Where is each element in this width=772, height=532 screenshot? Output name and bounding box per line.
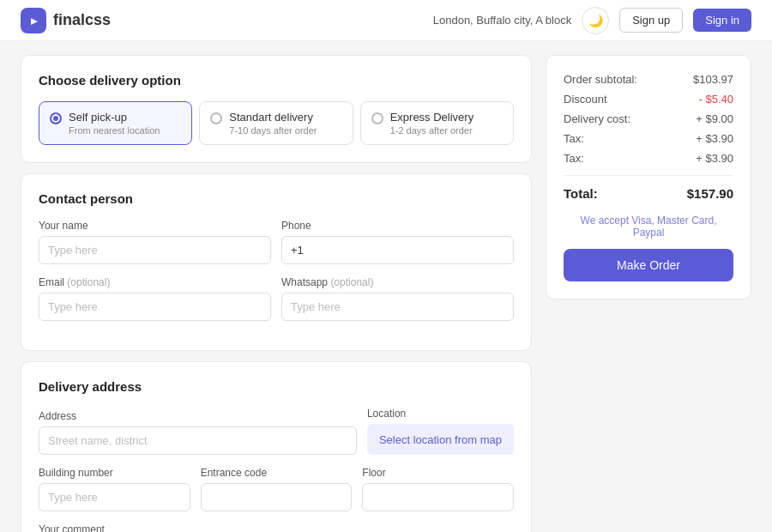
delivery-cost-row: Delivery cost: + $9.00: [564, 112, 733, 125]
building-group: Building number: [39, 467, 190, 511]
phone-input[interactable]: [281, 236, 514, 264]
whatsapp-label: Whatsapp (optional): [281, 276, 514, 288]
address-section-title: Delivery address: [39, 379, 514, 394]
tax1-label: Tax:: [564, 132, 584, 145]
tax2-label: Tax:: [564, 152, 584, 165]
tax2-row: Tax: + $3.90: [564, 152, 733, 165]
right-panel: Order subtotal: $103.97 Discount - $5.40…: [546, 55, 751, 532]
name-input[interactable]: [39, 236, 271, 264]
main-content: Choose delivery option Self pick-up From…: [0, 41, 772, 532]
dark-mode-button[interactable]: 🌙: [582, 7, 609, 34]
radio-self-pickup: [50, 112, 62, 124]
location-text: London, Buffalo city, A block: [433, 14, 571, 27]
email-whatsapp-row: Email (optional) Whatsapp (optional): [39, 276, 514, 321]
subtotal-row: Order subtotal: $103.97: [564, 73, 733, 86]
floor-input[interactable]: [362, 483, 514, 511]
payment-note: We accept Visa, Master Card, Paypal: [564, 215, 733, 239]
tax1-row: Tax: + $3.90: [564, 132, 733, 145]
radio-standard: [210, 112, 222, 124]
building-label: Building number: [39, 467, 190, 479]
total-value: $157.90: [687, 186, 733, 201]
whatsapp-group: Whatsapp (optional): [281, 276, 514, 321]
entrance-label: Entrance code: [201, 467, 353, 479]
phone-group: Phone: [281, 220, 514, 264]
email-group: Email (optional): [39, 276, 271, 321]
sign-in-button[interactable]: Sign in: [693, 9, 751, 32]
delivery-option-express[interactable]: Express Delivery 1-2 days after order: [360, 101, 514, 145]
contact-section-title: Contact person: [39, 191, 514, 206]
address-input[interactable]: [39, 426, 357, 455]
option-label-standard: Standart delivery: [229, 111, 317, 124]
option-label-express: Express Delivery: [390, 111, 474, 124]
order-summary-card: Order subtotal: $103.97 Discount - $5.40…: [546, 55, 751, 299]
summary-divider: [564, 175, 733, 176]
floor-label: Floor: [362, 467, 514, 479]
option-desc-standard: 7-10 days after order: [229, 125, 317, 136]
total-row: Total: $157.90: [564, 186, 733, 201]
subtotal-label: Order subtotal:: [564, 73, 637, 86]
delivery-cost-label: Delivery cost:: [564, 112, 630, 125]
make-order-button[interactable]: Make Order: [564, 249, 733, 281]
location-group: Location Select location from map: [367, 408, 514, 455]
address-group: Address: [39, 410, 357, 455]
discount-row: Discount - $5.40: [564, 93, 733, 106]
option-desc-express: 1-2 days after order: [390, 125, 474, 136]
delivery-option-standard[interactable]: Standart delivery 7-10 days after order: [199, 101, 353, 145]
discount-label: Discount: [564, 93, 607, 106]
tax2-value: + $3.90: [696, 152, 733, 165]
delivery-cost-value: + $9.00: [696, 112, 733, 125]
email-input[interactable]: [39, 293, 271, 321]
moon-icon: 🌙: [588, 14, 603, 27]
comment-group: Your comment: [39, 523, 514, 532]
radio-express: [371, 112, 383, 124]
phone-label: Phone: [281, 220, 514, 232]
email-label: Email (optional): [39, 276, 271, 288]
floor-group: Floor: [362, 467, 514, 511]
delivery-option-self-pickup[interactable]: Self pick-up From nearest location: [39, 101, 192, 145]
discount-value: - $5.40: [699, 93, 733, 106]
address-label: Address: [39, 410, 357, 422]
sign-up-button[interactable]: Sign up: [619, 8, 683, 33]
option-label-self-pickup: Self pick-up: [69, 111, 160, 124]
delivery-options-card: Choose delivery option Self pick-up From…: [21, 55, 532, 163]
building-entrance-floor-row: Building number Entrance code Floor: [39, 467, 514, 511]
total-label: Total:: [564, 186, 598, 201]
option-desc-self-pickup: From nearest location: [69, 125, 160, 136]
select-map-button[interactable]: Select location from map: [367, 424, 514, 455]
tax1-value: + $3.90: [696, 132, 733, 145]
name-label: Your name: [39, 220, 271, 232]
left-panel: Choose delivery option Self pick-up From…: [21, 55, 532, 532]
delivery-option-text-express: Express Delivery 1-2 days after order: [390, 111, 474, 136]
logo: ▸ finalcss: [21, 8, 111, 33]
comment-label: Your comment: [39, 523, 514, 532]
delivery-option-text-standard: Standart delivery 7-10 days after order: [229, 111, 317, 136]
location-label: Location: [367, 408, 514, 420]
entrance-input[interactable]: [201, 483, 353, 511]
entrance-group: Entrance code: [201, 467, 353, 511]
header-right: London, Buffalo city, A block 🌙 Sign up …: [433, 7, 751, 34]
whatsapp-input[interactable]: [281, 293, 514, 321]
delivery-option-text-self-pickup: Self pick-up From nearest location: [69, 111, 160, 136]
subtotal-value: $103.97: [693, 73, 733, 86]
delivery-address-card: Delivery address Address Location Select…: [21, 361, 532, 532]
contact-person-card: Contact person Your name Phone Email (op…: [21, 173, 532, 351]
logo-icon: ▸: [21, 8, 46, 33]
logo-text: finalcss: [53, 11, 111, 29]
address-location-row: Address Location Select location from ma…: [39, 408, 514, 455]
name-group: Your name: [39, 220, 271, 264]
delivery-section-title: Choose delivery option: [39, 73, 514, 88]
name-phone-row: Your name Phone: [39, 220, 514, 264]
header: ▸ finalcss London, Buffalo city, A block…: [0, 0, 772, 41]
delivery-options-group: Self pick-up From nearest location Stand…: [39, 101, 514, 145]
building-input[interactable]: [39, 483, 190, 511]
